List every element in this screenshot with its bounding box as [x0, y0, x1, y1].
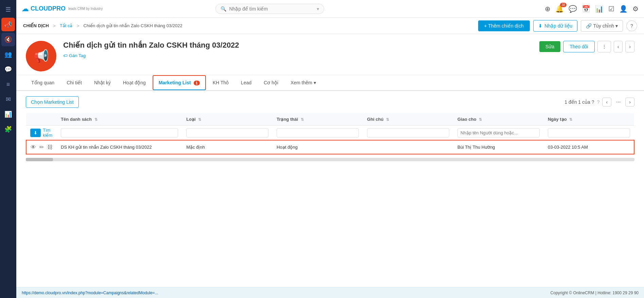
tab-xemthem[interactable]: Xem thêm ▾: [285, 76, 321, 89]
prev-page-button[interactable]: ‹: [602, 98, 611, 106]
notification-button[interactable]: 🔔 38: [555, 5, 564, 13]
megaphone-icon[interactable]: 📣: [1, 18, 15, 31]
campaign-avatar: 📢: [26, 41, 56, 71]
campaign-info: Chiến dịch gửi tin nhắn Zalo CSKH tháng …: [63, 41, 533, 58]
select-marketing-list-button[interactable]: Chọn Marketing List: [26, 96, 79, 108]
tab-marketinglist[interactable]: Marketing List 1: [153, 76, 205, 90]
pagination-text: 1 đến 1 của ?: [564, 99, 594, 105]
prev-record-button[interactable]: ‹: [614, 41, 623, 52]
list-icon[interactable]: ≡: [1, 78, 15, 91]
tasks-button[interactable]: ☑: [608, 5, 614, 13]
search-bar[interactable]: 🔍 ▾: [215, 4, 324, 14]
tab-hoatdong[interactable]: Hoạt động: [118, 76, 151, 90]
tag-icon: 🏷: [63, 53, 68, 58]
search-type-input[interactable]: [186, 128, 268, 137]
sort-icon: ⇅: [301, 117, 304, 121]
search-note-input[interactable]: [367, 128, 449, 137]
table-toolbar: Chọn Marketing List 1 đến 1 của ? ? ‹ ··…: [26, 96, 634, 108]
search-name-cell[interactable]: [57, 126, 182, 140]
sort-icon: ⇅: [198, 117, 201, 121]
search-name-input[interactable]: [61, 128, 178, 137]
tab-tongquan[interactable]: Tổng quan: [26, 76, 60, 90]
tab-chitiet[interactable]: Chi tiết: [61, 76, 87, 90]
search-row: ⬇ Tìm kiếm: [26, 126, 634, 140]
edit-row-icon[interactable]: ✏: [39, 144, 44, 150]
table-area: Chọn Marketing List 1 đến 1 của ? ? ‹ ··…: [16, 91, 644, 167]
all-link[interactable]: Tất cả: [60, 23, 73, 28]
marketinglist-badge: 1: [194, 81, 200, 85]
search-status-cell[interactable]: [273, 126, 363, 140]
notification-badge: 38: [560, 3, 567, 7]
settings-button[interactable]: ⚙: [632, 5, 639, 13]
search-status-input[interactable]: [277, 128, 359, 137]
edit-button[interactable]: Sửa: [539, 41, 560, 52]
next-record-button[interactable]: ›: [625, 41, 634, 52]
view-icon[interactable]: 👁: [31, 144, 36, 150]
more-pages-button[interactable]: ···: [614, 99, 623, 105]
filter-button[interactable]: ⬇: [30, 129, 41, 137]
chevron-down-icon: ▾: [615, 23, 618, 29]
search-assignee-input[interactable]: [457, 128, 540, 137]
tab-lead[interactable]: Lead: [236, 76, 257, 90]
tag-link[interactable]: 🏷 Gán Tag: [63, 53, 533, 58]
sidebar: ☰ 📣 🔇 👥 💬 ≡ ✉ 📊 🧩: [0, 0, 16, 298]
copyright: Copyright © OnlineCRM | Hotline: 1900 29…: [551, 291, 639, 295]
users-icon[interactable]: 👥: [1, 48, 15, 61]
search-assignee-cell[interactable]: [453, 126, 544, 140]
search-date-cell[interactable]: [544, 126, 634, 140]
menu-icon[interactable]: ☰: [1, 3, 15, 16]
search-type-cell[interactable]: [182, 126, 273, 140]
avatar-icon: 📢: [34, 49, 49, 63]
add-button[interactable]: ⊕: [545, 5, 551, 13]
customize-icon: 🔗: [586, 23, 592, 29]
th-tenDanhSach: Tên danh sách ⇅: [57, 113, 182, 126]
add-campaign-button[interactable]: + Thêm chiến dịch: [478, 20, 530, 31]
table-row: 👁 ✏ ⛓ DS KH gửi tin nhắn Zalo CSKH tháng…: [26, 140, 634, 154]
more-options-button[interactable]: ⋮: [597, 41, 611, 52]
next-page-button[interactable]: ›: [625, 98, 634, 106]
report-icon[interactable]: 📊: [1, 107, 15, 121]
status-bar: https://demo.cloudpro.vn/index.php?modul…: [16, 287, 644, 298]
sort-icon: ⇅: [386, 117, 389, 121]
follow-button[interactable]: Theo dõi: [563, 41, 594, 52]
scrollbar-thumb[interactable]: [26, 158, 53, 161]
row-status: Hoạt động: [273, 140, 363, 154]
customize-button[interactable]: 🔗 Tùy chỉnh ▾: [581, 20, 623, 32]
content: 📢 Chiến dịch gửi tin nhắn Zalo CSKH thán…: [16, 34, 644, 287]
topnav: ☁ CLOUDPRO leads CRM by Industry 🔍 ▾ ⊕ 🔔…: [16, 0, 644, 18]
search-date-input[interactable]: [548, 128, 630, 137]
help-icon: ?: [597, 99, 600, 105]
search-icon: 🔍: [221, 6, 226, 12]
logo-cloud: ☁: [22, 5, 29, 13]
help-button[interactable]: ?: [626, 20, 637, 31]
topnav-actions: ⊕ 🔔 38 💬 📅 📊 ☑ 👤 ⚙: [545, 5, 639, 13]
module-label: CHIẾN DỊCH: [23, 23, 49, 28]
chat-icon[interactable]: 💬: [1, 63, 15, 76]
search-input[interactable]: [229, 6, 314, 12]
tab-khtho[interactable]: KH Thô: [207, 76, 234, 90]
mail-icon[interactable]: ✉: [1, 93, 15, 106]
calendar-button[interactable]: 📅: [582, 5, 590, 13]
th-loai: Loại ⇅: [182, 113, 273, 126]
row-actions-cell: 👁 ✏ ⛓: [26, 140, 57, 154]
help-label: ?: [630, 23, 633, 29]
tab-nhatky[interactable]: Nhật ký: [89, 76, 116, 90]
tab-cohoi[interactable]: Cơ hội: [258, 76, 284, 90]
import-button[interactable]: ⬇ Nhập dữ liệu: [533, 20, 577, 32]
th-trangThai: Trạng thái ⇅: [273, 113, 363, 126]
unlink-icon[interactable]: ⛓: [47, 144, 53, 150]
horizontal-scrollbar[interactable]: [26, 158, 634, 161]
search-note-cell[interactable]: [363, 126, 453, 140]
chart-button[interactable]: 📊: [595, 5, 604, 13]
sort-icon: ⇅: [479, 117, 482, 121]
row-actions: 👁 ✏ ⛓: [31, 144, 53, 150]
volume-icon[interactable]: 🔇: [1, 33, 15, 46]
breadcrumb-bar: CHIẾN DỊCH > Tất cả > Chiến dịch gửi tin…: [16, 18, 644, 34]
search-text-btn[interactable]: Tìm kiếm: [43, 128, 53, 138]
puzzle-icon[interactable]: 🧩: [1, 122, 15, 136]
pagination-info: 1 đến 1 của ? ? ‹ ··· ›: [564, 98, 634, 106]
chat-button[interactable]: 💬: [569, 5, 577, 13]
import-label: Nhập dữ liệu: [544, 23, 572, 29]
th-ghiChu: Ghi chú ⇅: [363, 113, 453, 126]
profile-button[interactable]: 👤: [619, 5, 628, 13]
